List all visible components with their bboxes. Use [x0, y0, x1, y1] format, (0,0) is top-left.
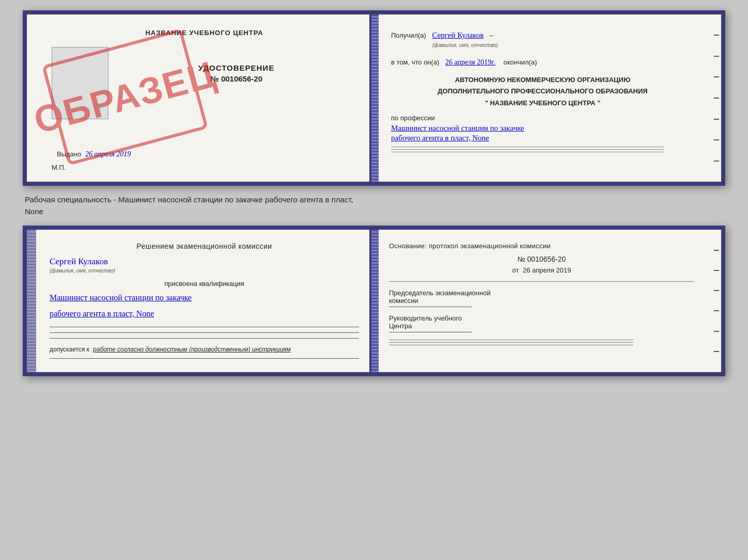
- vydano-date: 26 апреля 2019: [85, 150, 131, 158]
- bottom-right-page: Основание: протокол экзаменационной коми…: [379, 230, 721, 372]
- top-right-page: Получил(а) Сергей Кулаков – (фамилия, им…: [379, 14, 721, 182]
- rukovoditel-label: Руководитель учебного Центра: [389, 314, 694, 330]
- mp-line: М.П.: [52, 164, 357, 171]
- caption-line1: Рабочая специальность - Машинист насосно…: [25, 194, 725, 206]
- top-left-title: НАЗВАНИЕ УЧЕБНОГО ЦЕНТРА: [52, 29, 357, 37]
- tick-marks-right: [712, 14, 721, 182]
- underline2: [50, 332, 359, 333]
- cert-number: № 0010656-20: [116, 74, 357, 83]
- rukovoditel-line1: Руководитель учебного: [389, 314, 694, 322]
- bottom-name-hint: (фамилия, имя, отчество): [50, 268, 359, 274]
- underline1: [50, 327, 359, 327]
- br-extra3: [389, 345, 633, 345]
- bline3: " НАЗВАНИЕ УЧЕБНОГО ЦЕНТРА ": [391, 98, 694, 109]
- tick-6: [714, 139, 719, 140]
- predsedatel-label: Председатель экзаменационной комиссии: [389, 289, 694, 305]
- bottom-left-page: Решением экаменационной комиссии Сергей …: [27, 230, 371, 372]
- photo-placeholder: [52, 47, 108, 119]
- tick-2: [714, 56, 719, 57]
- br-ot: от 26 апреля 2019: [389, 266, 694, 274]
- rukovoditel-sign-line: [389, 332, 472, 332]
- vtom-label: в том, что он(а): [391, 58, 439, 66]
- osnovanie-label: Основание: протокол экзаменационной коми…: [389, 242, 694, 250]
- po-professii-label: по профессии: [391, 114, 694, 122]
- tick-5: [714, 119, 719, 120]
- okonchil-label: окончил(а): [504, 58, 537, 66]
- predsedatel-sign-line: [389, 307, 472, 307]
- vtom-date: 26 апреля 2019г.: [445, 58, 495, 66]
- predsedatel-line2: комиссии: [389, 297, 694, 305]
- br-ot-date: 26 апреля 2019: [523, 266, 571, 274]
- right-line3: [391, 152, 664, 152]
- vydano-line: Выдано 26 апреля 2019: [57, 150, 357, 158]
- qual-line1: Машинист насосной станции по закачке: [50, 291, 359, 306]
- btick-1: [714, 250, 719, 251]
- prof-line1: Машинист насосной станции по закачке: [391, 124, 694, 133]
- tick-4: [714, 98, 719, 99]
- btick-6: [714, 351, 719, 352]
- bottom-tick-marks: [712, 230, 721, 372]
- right-line1: [391, 147, 664, 147]
- btick-3: [714, 290, 719, 291]
- br-sep1: [389, 281, 694, 282]
- poluchil-dash: –: [490, 31, 493, 39]
- btick-4: [714, 310, 719, 311]
- top-document: НАЗВАНИЕ УЧЕБНОГО ЦЕНТРА УДОСТОВЕРЕНИЕ №…: [23, 10, 725, 186]
- poluchil-name: Сергей Кулаков: [432, 31, 484, 39]
- underline4: [50, 358, 359, 359]
- dopuskaetsya-label: допускается к: [50, 346, 89, 353]
- br-extra1: [389, 340, 633, 340]
- br-number: № 0010656-20: [389, 255, 694, 263]
- decision-text: Решением экаменационной комиссии: [50, 242, 359, 250]
- bottom-spine: [371, 230, 379, 372]
- prof-line2: рабочего агента в пласт, None: [391, 134, 694, 142]
- block-line1: АВТОНОМНУЮ НЕКОММЕРЧЕСКУЮ ОРГАНИЗАЦИЮ ДО…: [391, 74, 694, 108]
- top-left-page: НАЗВАНИЕ УЧЕБНОГО ЦЕНТРА УДОСТОВЕРЕНИЕ №…: [27, 14, 371, 182]
- tick-1: [714, 35, 719, 36]
- caption-block: Рабочая специальность - Машинист насосно…: [23, 194, 725, 217]
- cert-block: УДОСТОВЕРЕНИЕ № 0010656-20: [116, 58, 357, 119]
- btick-5: [714, 331, 719, 332]
- cert-label: УДОСТОВЕРЕНИЕ: [116, 63, 357, 72]
- bottom-name: Сергей Кулаков: [50, 257, 359, 267]
- btick-2: [714, 270, 719, 271]
- poluchil-name-hint: (фамилия, имя, отчество): [432, 41, 694, 50]
- tick-7: [714, 161, 719, 162]
- bline1: АВТОНОМНУЮ НЕКОММЕРЧЕСКУЮ ОРГАНИЗАЦИЮ: [391, 74, 694, 86]
- dopuskaetsya-text: работе согласно должностным (производств…: [93, 346, 291, 353]
- underline3: [50, 338, 359, 339]
- poluchil-label: Получил(а): [391, 31, 426, 39]
- rukovoditel-line2: Центра: [389, 322, 694, 330]
- dopuskaetsya-block: допускается к работе согласно должностны…: [50, 346, 359, 353]
- right-line2: [391, 149, 664, 150]
- caption-line2: None: [25, 206, 725, 218]
- vydano-label: Выдано: [57, 150, 81, 158]
- bline2: ДОПОЛНИТЕЛЬНОГО ПРОФЕССИОНАЛЬНОГО ОБРАЗО…: [391, 86, 694, 97]
- bottom-document: Решением экаменационной комиссии Сергей …: [23, 226, 725, 376]
- prisvoena-label: присвоена квалификация: [50, 280, 359, 287]
- br-ot-label: от: [512, 266, 519, 274]
- vtom-line: в том, что он(а) 26 апреля 2019г. окончи…: [391, 57, 694, 68]
- br-extra2: [389, 342, 633, 343]
- tick-3: [714, 76, 719, 77]
- qual-line2: рабочего агента в пласт, None: [50, 307, 359, 322]
- poluchil-line: Получил(а) Сергей Кулаков – (фамилия, им…: [391, 29, 694, 50]
- predsedatel-line1: Председатель экзаменационной: [389, 289, 694, 297]
- spine: [371, 14, 379, 182]
